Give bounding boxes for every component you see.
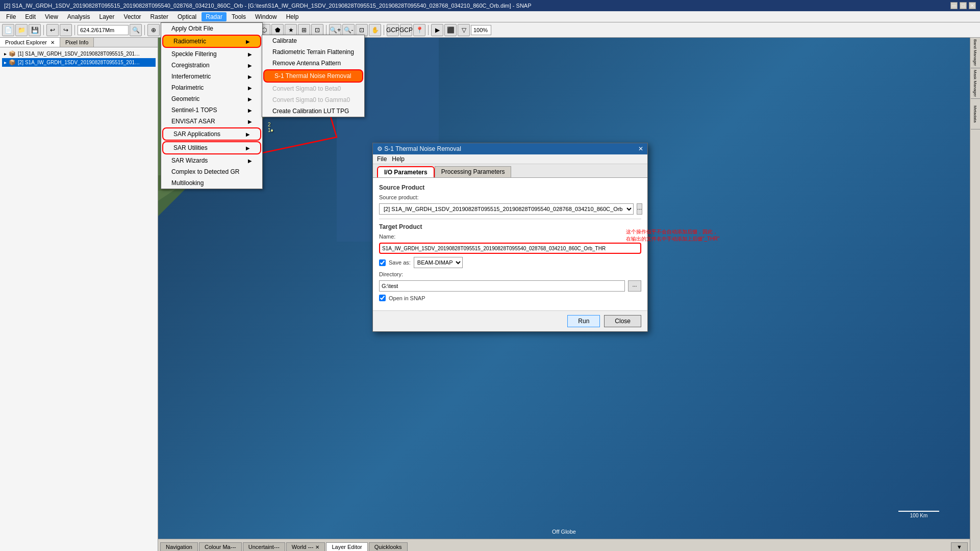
menu-view[interactable]: View xyxy=(41,12,62,21)
gcp1[interactable]: GCP xyxy=(387,24,399,36)
menu-thermal-noise[interactable]: S-1 Thermal Noise Removal xyxy=(263,69,363,83)
tool13[interactable]: ⊡ xyxy=(311,24,323,36)
menu-help[interactable]: Help xyxy=(282,12,303,21)
right-sidebar: Band Manager Mask Manager Metadata xyxy=(970,38,980,551)
menu-vector[interactable]: Vector xyxy=(120,12,145,21)
menu-sar-utilities[interactable]: SAR Utilities ▶ xyxy=(162,141,261,154)
product-explorer-tab[interactable]: Product Explorer ✕ xyxy=(0,38,60,47)
band-manager-btn[interactable]: Band Manager xyxy=(971,38,980,68)
save-as-dropdown[interactable]: BEAM-DIMAP xyxy=(414,257,463,268)
list-item[interactable]: ▸ 📦 [1] S1A_IW_GRDH_1SDV_20190828T095515… xyxy=(2,49,156,58)
new-button[interactable]: 📄 xyxy=(2,24,14,36)
redo-button[interactable]: ↪ xyxy=(60,24,72,36)
radar-dropdown-menu[interactable]: Apply Orbit File Radiometric ▶ Speckle F… xyxy=(161,22,263,189)
bottom-tabs-bar: Navigation Colour Ma--- Uncertaint--- Wo… xyxy=(158,539,970,551)
menu-envisat[interactable]: ENVISAT ASAR ▶ xyxy=(161,116,262,127)
search-button[interactable]: 🔍 xyxy=(130,24,142,36)
title-bar: [2] S1A_IW_GRDH_1SDV_20190828T095515_201… xyxy=(0,0,980,11)
menu-tools[interactable]: Tools xyxy=(228,12,250,21)
save-as-checkbox[interactable] xyxy=(379,259,386,266)
menu-apply-orbit[interactable]: Apply Orbit File xyxy=(161,23,262,34)
radiometric-arrow: ▶ xyxy=(246,39,250,44)
view3[interactable]: ▽ xyxy=(458,24,470,36)
source-product-dropdown[interactable]: [2] S1A_IW_GRDH_1SDV_20190828T095515_201… xyxy=(379,203,634,215)
pan[interactable]: ✋ xyxy=(369,24,381,36)
thermal-noise-dialog: ⚙ S-1 Thermal Noise Removal ✕ File Help … xyxy=(372,143,648,332)
menu-complex[interactable]: Complex to Detected GR xyxy=(161,166,262,177)
tab-processing-parameters[interactable]: Processing Parameters xyxy=(435,166,512,177)
close-button[interactable]: ✕ xyxy=(969,2,976,9)
radiometric-submenu[interactable]: Calibrate Radiometric Terrain Flattening… xyxy=(262,35,365,117)
metadata-btn[interactable]: Metadata xyxy=(971,99,980,129)
tab-uncertainty[interactable]: Uncertaint--- xyxy=(243,542,285,551)
product-explorer-close[interactable]: ✕ xyxy=(51,40,55,45)
menu-polarimetric[interactable]: Polarimetric ▶ xyxy=(161,82,262,93)
fit[interactable]: ⊡ xyxy=(356,24,368,36)
tab-world-close[interactable]: ✕ xyxy=(315,544,319,550)
menu-raster[interactable]: Raster xyxy=(146,12,172,21)
menu-analysis[interactable]: Analysis xyxy=(63,12,94,21)
zoom-out[interactable]: 🔍- xyxy=(342,24,355,36)
collapse-button[interactable]: ▼ xyxy=(951,542,968,551)
tool12[interactable]: ⊞ xyxy=(298,24,310,36)
directory-browse-btn[interactable]: ··· xyxy=(628,280,641,292)
menu-coregistration[interactable]: Coregistration ▶ xyxy=(161,60,262,71)
pixel-info-tab[interactable]: Pixel Info xyxy=(60,38,94,47)
tab-colour-manager[interactable]: Colour Ma--- xyxy=(199,542,242,551)
tool10[interactable]: ⬟ xyxy=(271,24,284,36)
dialog-close-btn[interactable]: ✕ xyxy=(638,145,643,152)
expand-icon-2[interactable]: ▸ xyxy=(4,60,7,65)
minimize-button[interactable]: — xyxy=(950,2,958,9)
maximize-button[interactable]: □ xyxy=(960,2,967,9)
menu-sar-applications[interactable]: SAR Applications ▶ xyxy=(162,127,261,141)
menu-terrain-flattening[interactable]: Radiometric Terrain Flattening xyxy=(262,46,364,58)
tool1[interactable]: ⊕ xyxy=(147,24,160,36)
menu-file[interactable]: File xyxy=(2,12,20,21)
expand-icon[interactable]: ▸ xyxy=(4,51,7,57)
gcp2[interactable]: GCP xyxy=(400,24,412,36)
run-button[interactable]: Run xyxy=(567,315,600,327)
pin1[interactable]: 📍 xyxy=(413,24,425,36)
directory-input[interactable] xyxy=(379,280,625,292)
open-in-snap-checkbox[interactable] xyxy=(379,295,386,301)
menu-sar-wizards[interactable]: SAR Wizards ▶ xyxy=(161,155,262,166)
menu-sentinel-tops[interactable]: Sentinel-1 TOPS ▶ xyxy=(161,104,262,116)
undo-button[interactable]: ↩ xyxy=(46,24,59,36)
menu-speckle[interactable]: Speckle Filtering ▶ xyxy=(161,48,262,60)
menu-radiometric[interactable]: Radiometric ▶ xyxy=(162,35,261,48)
dialog-close-button[interactable]: Close xyxy=(604,315,641,327)
zoom-input[interactable] xyxy=(471,25,491,35)
view1[interactable]: ▶ xyxy=(431,24,443,36)
tab-layer-editor[interactable]: Layer Editor xyxy=(326,542,367,551)
tab-io-parameters[interactable]: I/O Parameters xyxy=(377,166,435,177)
save-button[interactable]: 💾 xyxy=(29,24,41,36)
mask-manager-btn[interactable]: Mask Manager xyxy=(971,68,980,99)
source-browse-btn[interactable]: ··· xyxy=(637,203,642,215)
zoom-in[interactable]: 🔍+ xyxy=(329,24,341,36)
open-button[interactable]: 📁 xyxy=(15,24,28,36)
menu-radar[interactable]: Radar xyxy=(202,12,227,21)
dialog-menu-help[interactable]: Help xyxy=(392,155,405,163)
source-product-row: Source product: xyxy=(379,194,641,200)
menu-layer[interactable]: Layer xyxy=(95,12,119,21)
tab-navigation[interactable]: Navigation xyxy=(160,542,198,551)
tab-quicklooks[interactable]: Quicklooks xyxy=(369,542,408,551)
menu-interferometric[interactable]: Interferometric ▶ xyxy=(161,71,262,82)
menu-edit[interactable]: Edit xyxy=(21,12,40,21)
dialog-menu-file[interactable]: File xyxy=(377,155,387,163)
dialog-title-text: S-1 Thermal Noise Removal xyxy=(384,145,461,152)
menu-optical[interactable]: Optical xyxy=(173,12,200,21)
menu-calibration-lut[interactable]: Create Calibration LUT TPG xyxy=(262,106,364,117)
view2[interactable]: ⬛ xyxy=(444,24,457,36)
menu-calibrate[interactable]: Calibrate xyxy=(262,35,364,46)
name-input[interactable] xyxy=(379,243,641,254)
tab-world[interactable]: World --- ✕ xyxy=(286,542,325,551)
coord-input[interactable] xyxy=(78,25,129,35)
menu-remove-antenna[interactable]: Remove Antenna Pattern xyxy=(262,58,364,69)
menu-geometric[interactable]: Geometric ▶ xyxy=(161,93,262,104)
tool11[interactable]: ★ xyxy=(285,24,297,36)
menu-multilooking[interactable]: Multilooking xyxy=(161,177,262,189)
list-item[interactable]: ▸ 📦 [2] S1A_IW_GRDH_1SDV_20190828T095515… xyxy=(2,58,156,67)
product-icon-1: 📦 xyxy=(9,50,16,57)
menu-window[interactable]: Window xyxy=(251,12,281,21)
